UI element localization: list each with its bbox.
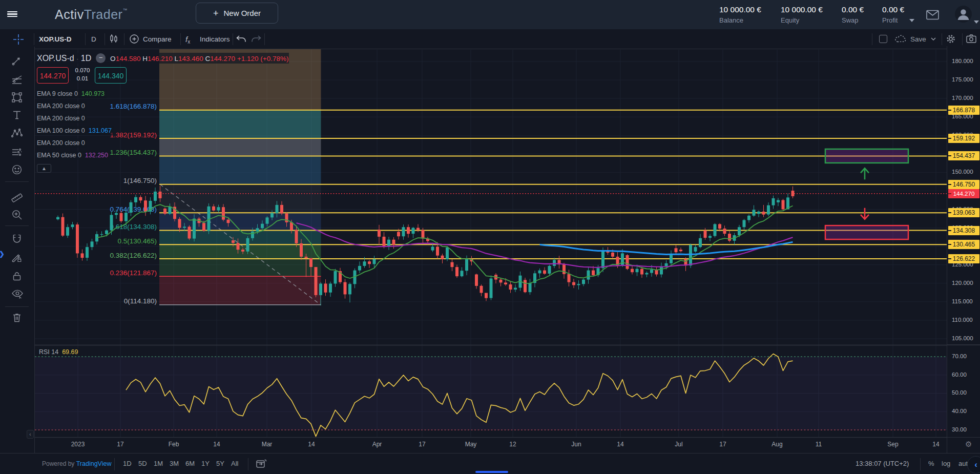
svg-text:Mar: Mar [262,441,273,448]
svg-text:Feb: Feb [169,441,179,448]
svg-text:Sep: Sep [887,441,899,448]
svg-text:Jun: Jun [571,441,581,448]
svg-text:1.382(159.192): 1.382(159.192) [110,131,157,139]
svg-text:11: 11 [816,441,822,448]
svg-text:0.5(130.465): 0.5(130.465) [117,237,157,245]
svg-text:0(114.180): 0(114.180) [124,297,157,305]
svg-text:Apr: Apr [372,441,382,448]
svg-text:14: 14 [213,441,220,448]
svg-text:May: May [465,441,477,448]
svg-text:14: 14 [308,441,315,448]
svg-text:Jul: Jul [675,441,682,448]
svg-text:0.618(134.308): 0.618(134.308) [110,223,157,231]
svg-text:14: 14 [617,441,624,448]
svg-text:17: 17 [419,441,426,448]
svg-text:0.382(126.622): 0.382(126.622) [110,252,157,259]
svg-text:0.236(121.867): 0.236(121.867) [110,269,157,277]
svg-text:2023: 2023 [71,441,85,448]
svg-text:17: 17 [719,441,726,448]
svg-text:1(146.750): 1(146.750) [123,177,157,184]
svg-text:Aug: Aug [772,441,782,448]
svg-text:1.618(166.878): 1.618(166.878) [110,102,157,110]
svg-text:14: 14 [932,441,940,448]
svg-text:1.236(154.437): 1.236(154.437) [110,149,157,156]
svg-text:17: 17 [117,441,124,448]
svg-text:12: 12 [509,441,516,448]
